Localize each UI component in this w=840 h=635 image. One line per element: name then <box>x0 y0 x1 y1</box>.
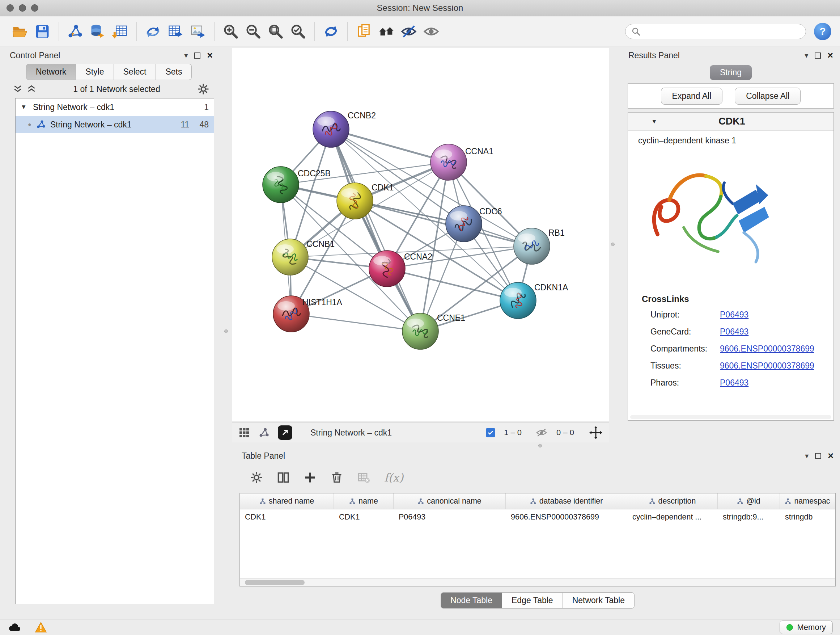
control-panel: Control Panel ▾ × Network Style Select S… <box>5 48 217 608</box>
tab-sets[interactable]: Sets <box>156 64 192 80</box>
network-node[interactable] <box>313 111 349 147</box>
close-panel-icon[interactable]: × <box>828 451 834 461</box>
toolbar-separator <box>214 22 215 41</box>
tab-node-table[interactable]: Node Table <box>441 592 502 608</box>
column-header[interactable]: shared name <box>240 494 334 509</box>
column-header[interactable]: namespac <box>780 494 835 509</box>
column-header[interactable]: description <box>627 494 718 509</box>
panel-menu-icon[interactable]: ▾ <box>184 51 188 60</box>
pan-crosshair-icon[interactable] <box>589 426 602 439</box>
network-node[interactable] <box>431 144 467 180</box>
zoom-in-icon[interactable] <box>219 20 242 43</box>
column-header[interactable]: name <box>334 494 393 509</box>
zoom-fit-icon[interactable] <box>264 20 287 43</box>
network-node[interactable] <box>446 206 482 242</box>
gene-expander-icon[interactable]: ▼ <box>651 118 659 125</box>
crosslinks-title: CrossLinks <box>628 287 834 306</box>
eye-icon[interactable] <box>420 20 442 43</box>
hide-selected-icon[interactable] <box>398 20 420 43</box>
open-session-icon[interactable] <box>9 20 31 43</box>
string-results-tab[interactable]: String <box>710 65 752 80</box>
maximize-window-button[interactable] <box>31 4 38 11</box>
column-header[interactable]: @id <box>718 494 780 509</box>
tab-network-table[interactable]: Network Table <box>563 592 635 608</box>
search-input[interactable] <box>644 27 800 36</box>
network-canvas[interactable]: CCNB2CCNA1CDC25BCDK1CDC6RB1CCNB1CCNA2CDK… <box>232 48 609 421</box>
network-view-toolbar: String Network – cdk1 1 – 0 0 – 0 <box>232 423 609 442</box>
network-node[interactable] <box>263 166 299 203</box>
network-node[interactable] <box>402 313 439 349</box>
network-node[interactable] <box>500 282 536 318</box>
float-panel-icon[interactable] <box>815 453 821 459</box>
selection-checkbox[interactable] <box>486 428 495 437</box>
bottom-splitter-handle[interactable] <box>538 444 542 448</box>
table-row[interactable]: CDK1 CDK1 P06493 9606.ENSP00000378699 cy… <box>240 509 835 525</box>
save-session-icon[interactable] <box>31 20 54 43</box>
column-header[interactable]: canonical name <box>393 494 506 509</box>
network-row-selected[interactable]: ● String Network – cdk1 11 48 <box>16 116 214 133</box>
crosslink-label: Pharos: <box>651 378 720 388</box>
network-node[interactable] <box>369 250 405 287</box>
export-network-icon[interactable] <box>142 20 164 43</box>
close-panel-icon[interactable]: × <box>827 51 833 60</box>
left-splitter-handle[interactable] <box>224 329 228 333</box>
crosslink-link[interactable]: 9606.ENSP00000378699 <box>720 344 814 354</box>
export-table-icon[interactable] <box>164 20 187 43</box>
close-panel-icon[interactable]: × <box>207 51 213 60</box>
warning-icon[interactable] <box>35 622 47 633</box>
node-label: CCNB2 <box>347 111 376 120</box>
panel-menu-icon[interactable]: ▾ <box>805 451 808 460</box>
minimize-window-button[interactable] <box>19 4 26 11</box>
cloud-icon[interactable] <box>7 622 22 633</box>
panel-menu-icon[interactable]: ▾ <box>805 51 808 60</box>
table-settings-gear-icon[interactable] <box>250 471 263 484</box>
add-column-icon[interactable] <box>304 471 316 484</box>
close-window-button[interactable] <box>6 4 14 11</box>
birds-eye-view-icon[interactable] <box>239 427 249 438</box>
status-bar: Memory <box>0 619 840 635</box>
gear-icon[interactable] <box>197 83 209 95</box>
import-network-file-icon[interactable] <box>64 20 87 43</box>
results-scrollbar[interactable] <box>630 415 831 419</box>
expand-all-icon[interactable] <box>27 85 36 93</box>
right-splitter-handle[interactable] <box>611 242 615 246</box>
tab-network[interactable]: Network <box>26 64 76 80</box>
network-node[interactable] <box>272 239 308 275</box>
tab-select[interactable]: Select <box>114 64 156 80</box>
export-image-icon[interactable] <box>187 20 209 43</box>
column-header[interactable]: database identifier <box>506 494 627 509</box>
show-columns-icon[interactable] <box>277 471 289 484</box>
expand-all-button[interactable]: Expand All <box>661 88 723 105</box>
crosslink-link[interactable]: P06493 <box>720 327 748 337</box>
collapse-all-icon[interactable] <box>13 85 22 93</box>
detach-view-button[interactable] <box>278 425 292 440</box>
documents-icon[interactable] <box>353 20 375 43</box>
delete-column-icon[interactable] <box>331 471 343 484</box>
crosslink-link[interactable]: P06493 <box>720 378 748 388</box>
cell-shared-name: CDK1 <box>240 509 334 525</box>
network-overview-icon[interactable] <box>258 427 269 438</box>
float-panel-icon[interactable] <box>194 52 201 59</box>
control-panel-tabs: Network Style Select Sets <box>26 64 217 80</box>
tab-edge-table[interactable]: Edge Table <box>502 592 563 608</box>
tab-style[interactable]: Style <box>76 64 114 80</box>
apply-layout-icon[interactable] <box>320 20 342 43</box>
zoom-selected-icon[interactable] <box>287 20 309 43</box>
homology-icon[interactable] <box>375 20 398 43</box>
results-panel: Results Panel ▾ × String Expand All Coll… <box>624 48 837 434</box>
zoom-out-icon[interactable] <box>242 20 264 43</box>
collection-expander-icon[interactable]: ▼ <box>21 103 28 111</box>
scrollbar-thumb[interactable] <box>245 580 305 585</box>
crosslink-link[interactable]: 9606.ENSP00000378699 <box>720 361 814 371</box>
import-network-database-icon[interactable] <box>87 20 109 43</box>
import-table-icon[interactable] <box>109 20 131 43</box>
memory-button[interactable]: Memory <box>780 621 833 634</box>
collapse-all-button[interactable]: Collapse All <box>735 88 801 105</box>
network-node[interactable] <box>337 183 373 219</box>
network-collection-row[interactable]: ▼ String Network – cdk1 1 <box>16 98 214 116</box>
network-node[interactable] <box>514 228 550 264</box>
help-button[interactable]: ? <box>814 23 831 40</box>
float-panel-icon[interactable] <box>815 52 821 59</box>
table-horizontal-scrollbar[interactable] <box>240 578 835 586</box>
crosslink-link[interactable]: P06493 <box>720 310 748 320</box>
